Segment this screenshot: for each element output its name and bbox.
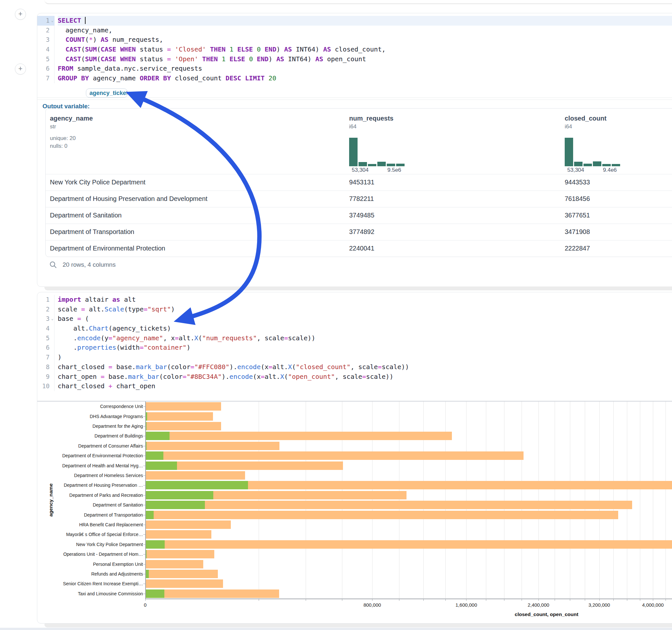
code-line[interactable]: 2scale = alt.Scale(type="sqrt")	[37, 305, 672, 314]
column-stats: unique: 20	[50, 135, 75, 142]
histogram-bar	[368, 164, 376, 166]
code-line[interactable]: 3⌄base = (	[37, 314, 672, 324]
code-text: CAST(SUM(CASE WHEN status = 'Closed' THE…	[58, 45, 672, 54]
line-number: 3	[37, 35, 54, 45]
code-line[interactable]: 4 CAST(SUM(CASE WHEN status = 'Closed' T…	[37, 45, 672, 54]
code-line[interactable]: 4 alt.Chart(agency_tickets)	[37, 324, 672, 334]
table-cell: 3677651	[565, 212, 590, 219]
code-line[interactable]: 8chart_closed = base.mark_bar(color="#FF…	[37, 362, 672, 372]
collapse-chevron-icon[interactable]: ⌄	[51, 314, 53, 324]
histogram-bar	[377, 162, 386, 166]
code-line[interactable]: 5 CAST(SUM(CASE WHEN status = 'Open' THE…	[37, 54, 672, 64]
code-text: SELECT	[58, 16, 672, 26]
code-line[interactable]: 7)	[37, 353, 672, 362]
code-line[interactable]: 7GROUP BY agency_name ORDER BY closed_co…	[37, 74, 672, 83]
table-cell: 9443533	[565, 178, 590, 186]
histogram-bar	[583, 164, 592, 166]
column-header[interactable]: closed_count	[565, 115, 606, 122]
code-line[interactable]: 10chart_closed + chart_open	[37, 382, 672, 391]
table-cell: 7782211	[349, 195, 374, 202]
code-text: GROUP BY agency_name ORDER BY closed_cou…	[58, 74, 672, 83]
plus-icon: +	[19, 10, 23, 18]
line-number: 4	[37, 45, 54, 54]
column-type: str	[50, 123, 56, 130]
line-number: 7	[37, 74, 54, 83]
histogram-bar	[612, 164, 620, 166]
code-line[interactable]: 3 COUNT(*) AS num_requests,	[37, 35, 672, 45]
line-number: 1	[37, 295, 54, 305]
code-text: chart_open = base.mark_bar(color="#8BC34…	[58, 372, 672, 382]
table-cell: Department of Environmental Protection	[50, 245, 165, 252]
table-cell: Department of Transportation	[50, 228, 134, 236]
histogram-bar	[349, 138, 358, 166]
output-variable-input[interactable]: agency_tickets	[86, 89, 127, 98]
code-text: COUNT(*) AS num_requests,	[58, 35, 672, 45]
sql-cell: 1⌄SELECT 2 agency_name,3 COUNT(*) AS num…	[37, 13, 672, 287]
table-row: New York City Police Department945313194…	[46, 174, 672, 191]
table-row: Department of Housing Preservation and D…	[46, 191, 672, 208]
column-header[interactable]: num_requests	[349, 115, 393, 122]
python-code-editor[interactable]: 1import altair as alt2scale = alt.Scale(…	[37, 292, 672, 391]
collapse-chevron-icon[interactable]: ⌄	[51, 16, 53, 26]
results-table: agency_namestrunique: 20nulls: 0num_requ…	[45, 108, 672, 257]
code-line[interactable]: 2 agency_name,	[37, 26, 672, 35]
line-number: 1⌄	[37, 16, 54, 26]
search-icon[interactable]	[49, 261, 57, 269]
code-text: import altair as alt	[58, 295, 672, 305]
code-text: agency_name,	[58, 26, 672, 35]
column-header[interactable]: agency_name	[50, 115, 93, 122]
sql-code-editor[interactable]: 1⌄SELECT 2 agency_name,3 COUNT(*) AS num…	[37, 13, 672, 83]
line-number: 5	[37, 54, 54, 64]
divider	[37, 98, 672, 98]
histogram-bar	[565, 138, 573, 166]
code-line[interactable]: 9chart_open = base.mark_bar(color="#8BC3…	[37, 372, 672, 382]
table-cell: 3471908	[565, 228, 590, 236]
divider	[37, 99, 672, 100]
line-number: 9	[37, 372, 54, 382]
line-number: 10	[37, 382, 54, 391]
code-line[interactable]: 6FROM sample_data.nyc.service_requests	[37, 64, 672, 74]
add-cell-button[interactable]: +	[15, 9, 26, 20]
code-text: scale = alt.Scale(type="sqrt")	[58, 305, 672, 314]
cell-shadow	[44, 624, 672, 627]
histogram-bar	[593, 162, 601, 166]
code-line[interactable]: 1import altair as alt	[37, 295, 672, 305]
plus-icon: +	[19, 65, 23, 73]
table-row: Department of Transportation377489234719…	[46, 224, 672, 240]
code-text: )	[58, 353, 672, 362]
code-line[interactable]: 6 .properties(width="container")	[37, 343, 672, 353]
code-text: chart_closed = base.mark_bar(color="#FFC…	[58, 362, 672, 372]
next-cell-edge	[0, 628, 672, 630]
add-cell-button[interactable]: +	[15, 64, 26, 75]
table-row: Department of Sanitation37494853677651	[46, 207, 672, 224]
table-cell: 9453131	[349, 178, 375, 186]
table-cell: 7618456	[565, 195, 590, 202]
python-cell: 1import altair as alt2scale = alt.Scale(…	[37, 292, 672, 624]
code-text: .properties(width="container")	[58, 343, 672, 353]
histogram-max-label: 9.5e6	[387, 167, 401, 173]
line-number: 5	[37, 334, 54, 343]
table-cell: 2222847	[565, 245, 590, 252]
code-text: alt.Chart(agency_tickets)	[58, 324, 672, 334]
histogram-bar	[602, 164, 611, 166]
text-cursor	[85, 17, 86, 24]
results-summary: 20 rows, 4 columns	[49, 261, 116, 269]
column-stats: nulls: 0	[50, 143, 67, 149]
code-text: FROM sample_data.nyc.service_requests	[58, 64, 672, 74]
column-type: i64	[349, 123, 357, 130]
table-cell: New York City Police Department	[50, 178, 146, 186]
code-text: chart_closed + chart_open	[58, 382, 672, 391]
histogram-min-label: 53,304	[352, 167, 368, 173]
histogram-min-label: 53,304	[567, 167, 584, 173]
line-number: 3⌄	[37, 314, 54, 324]
line-number: 6	[37, 343, 54, 353]
line-number: 2	[37, 305, 54, 314]
table-row: Department of Environmental Protection22…	[46, 240, 672, 257]
line-number: 7	[37, 353, 54, 362]
code-line[interactable]: 1⌄SELECT	[37, 16, 672, 26]
table-cell: 2240041	[349, 245, 375, 252]
line-number: 2	[37, 26, 54, 35]
code-line[interactable]: 5 .encode(y="agency_name", x=alt.X("num_…	[37, 334, 672, 343]
results-summary-text: 20 rows, 4 columns	[63, 261, 116, 268]
line-number: 6	[37, 64, 54, 74]
